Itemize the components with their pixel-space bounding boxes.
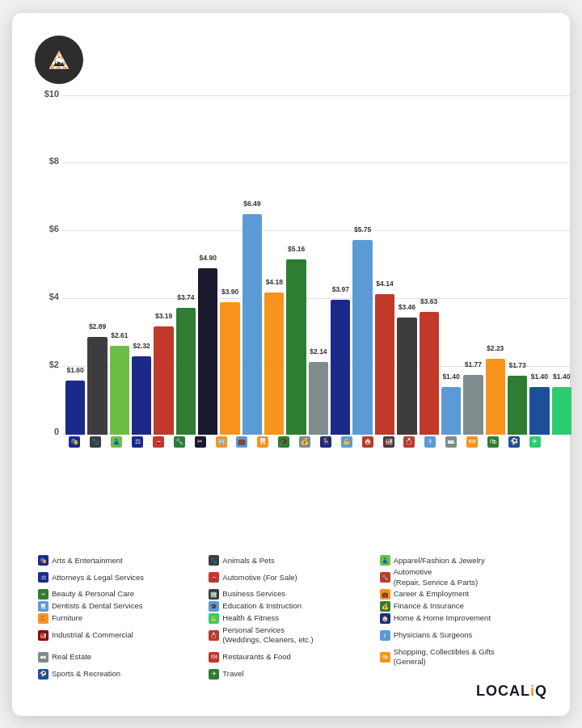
legend-label-16: Personal Services (Weddings, Cleaners, e… xyxy=(222,625,313,646)
bar-group-1: $2.89 xyxy=(87,337,107,435)
legend-icon-15: 🏭 xyxy=(38,630,48,641)
x-icon-cell-5: 🔧 xyxy=(170,436,188,448)
legend-item-14: 🏠Home & Home Improvement xyxy=(380,613,544,624)
x-icon-cell-21: ⚽ xyxy=(504,436,523,448)
logo-circle: ▶ xyxy=(35,36,83,84)
bar-value-15: $3.46 xyxy=(396,303,418,311)
legend-label-0: Arts & Entertainment xyxy=(52,556,123,566)
bars-container: $1.60$2.89$2.61$2.32$3.19$3.74$4.90$3.90… xyxy=(62,95,575,435)
legend-item-7: 🏢Business Services xyxy=(209,589,373,600)
legend-label-15: Industrial & Commercial xyxy=(52,630,133,640)
legend-item-18: 🏘Real Estate xyxy=(38,647,202,667)
legend-label-10: Education & Instruction xyxy=(222,601,302,611)
x-icon-7: 🏢 xyxy=(216,436,227,448)
legend-label-4: Automotive (For Sale) xyxy=(222,573,297,583)
legend-label-8: Career & Employment xyxy=(394,589,469,599)
legend-label-22: Travel xyxy=(222,669,243,679)
bar-value-17: $1.40 xyxy=(441,372,462,381)
bar-value-19: $2.23 xyxy=(484,344,506,352)
legend-label-17: Physicians & Surgeons xyxy=(394,630,473,640)
header: ▶ xyxy=(35,36,547,84)
legend-label-7: Business Services xyxy=(222,589,285,599)
bar-group-5: $3.74 xyxy=(176,308,196,435)
legend-icon-2: 👗 xyxy=(380,555,390,566)
x-icon-cell-8: 💼 xyxy=(233,436,251,448)
bar-15: $3.46 xyxy=(397,318,416,435)
bar-value-14: $4.14 xyxy=(374,280,396,288)
x-icon-cell-13: 💪 xyxy=(337,436,356,448)
x-icon-0: 🎭 xyxy=(69,436,80,448)
x-icon-13: 💪 xyxy=(341,436,352,448)
legend-item-13: 💪Health & Fitness xyxy=(209,613,373,624)
bar-group-17: $1.40 xyxy=(441,387,461,435)
x-icon-4: 🚗 xyxy=(153,436,164,448)
x-icon-1: 🐾 xyxy=(90,436,101,448)
legend-label-21: Sports & Recreation xyxy=(52,669,120,679)
legend-label-5: Automotive (Repair, Service & Parts) xyxy=(394,567,479,587)
legend-item-2: 👗Apparel/Fashion & Jewelry xyxy=(380,555,544,566)
x-icon-14: 🏠 xyxy=(362,436,373,448)
legend-item-15: 🏭Industrial & Commercial xyxy=(38,625,202,646)
bar-2: $2.61 xyxy=(110,346,129,435)
bar-4: $3.19 xyxy=(154,326,173,435)
legend-icon-17: ⚕ xyxy=(380,630,390,641)
bar-12: $3.97 xyxy=(331,300,350,435)
x-icon-5: 🔧 xyxy=(174,436,185,448)
legend-label-11: Finance & Insurance xyxy=(394,601,464,611)
legend-icon-3: ⚖ xyxy=(38,572,48,583)
legend-item-1: 🐾Animals & Pets xyxy=(209,555,373,566)
legend-icon-1: 🐾 xyxy=(209,555,219,566)
x-icon-15: 🏭 xyxy=(383,436,394,448)
x-icon-10: 🎓 xyxy=(278,436,289,448)
legend-icon-19: 🍽 xyxy=(209,652,219,663)
x-icon-cell-2: 👗 xyxy=(108,436,126,448)
bar-group-21: $1.40 xyxy=(529,387,549,435)
legend-item-3: ⚖Attorneys & Legal Services xyxy=(38,567,202,587)
x-icon-cell-18: 🏘 xyxy=(442,436,461,448)
legend-label-13: Health & Fitness xyxy=(222,613,279,623)
bar-value-21: $1.40 xyxy=(529,372,550,381)
bar-10: $5.16 xyxy=(286,259,306,435)
bar-5: $3.74 xyxy=(176,308,196,435)
bar-group-4: $3.19 xyxy=(154,326,173,435)
bar-group-13: $5.75 xyxy=(352,240,372,435)
bar-17: $1.40 xyxy=(441,387,461,435)
x-icon-cell-1: 🐾 xyxy=(86,436,105,448)
bar-value-9: $4.18 xyxy=(264,278,285,286)
legend-label-3: Attorneys & Legal Services xyxy=(52,573,144,583)
bar-value-5: $3.74 xyxy=(175,293,197,301)
brand-logo: LOCALiQ xyxy=(35,683,547,700)
legend-item-6: ✂Beauty & Personal Care xyxy=(38,589,202,600)
legend-icon-6: ✂ xyxy=(38,589,48,600)
x-icon-cell-10: 🎓 xyxy=(275,436,293,448)
x-icon-17: ⚕ xyxy=(424,436,436,448)
legend-item-16: 💍Personal Services (Weddings, Cleaners, … xyxy=(209,625,373,646)
x-icon-cell-15: 🏭 xyxy=(379,436,398,448)
bar-21: $1.40 xyxy=(529,387,549,435)
legend-label-18: Real Estate xyxy=(52,652,91,662)
legend-item-19: 🍽Restaurants & Food xyxy=(209,647,373,667)
x-icon-cell-16: 💍 xyxy=(400,436,419,448)
bar-group-10: $5.16 xyxy=(286,259,306,435)
bar-value-20: $1.73 xyxy=(507,361,529,369)
bar-13: $5.75 xyxy=(352,240,372,435)
chart-inner: $10 $8 $6 $4 $2 0 $1.60$2.89$2.61$2.32$3… xyxy=(62,95,575,435)
bar-group-15: $3.46 xyxy=(397,318,416,435)
bar-value-22: $1.40 xyxy=(550,372,572,381)
bar-3: $2.32 xyxy=(132,356,151,435)
legend-item-20: 🛍Shopping, Collectibles & Gifts (General… xyxy=(380,647,544,667)
bar-group-14: $4.14 xyxy=(375,294,394,435)
legend-area: 🎭Arts & Entertainment🐾Animals & Pets👗App… xyxy=(35,555,547,679)
bar-value-4: $3.19 xyxy=(153,312,175,320)
legend-icon-4: 🚗 xyxy=(209,572,219,583)
svg-text:▶: ▶ xyxy=(57,59,61,65)
bar-group-9: $4.18 xyxy=(264,292,284,435)
bar-group-2: $2.61 xyxy=(110,346,129,435)
bar-9: $4.18 xyxy=(264,292,284,435)
legend-icon-11: 💰 xyxy=(380,601,390,612)
x-icon-cell-14: 🏠 xyxy=(358,436,377,448)
legend-icon-7: 🏢 xyxy=(209,589,219,600)
bar-value-7: $3.90 xyxy=(219,288,241,296)
legend-label-2: Apparel/Fashion & Jewelry xyxy=(394,556,485,566)
bar-14: $4.14 xyxy=(375,294,394,435)
